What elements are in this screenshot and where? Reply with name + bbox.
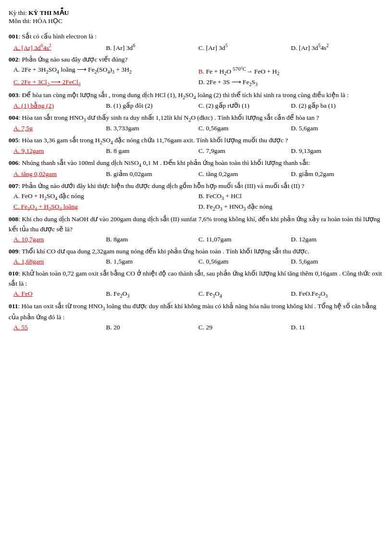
question-009-answers: A. 1,68gam B. 1,5gam C. 0,56gam D. 5,6ga… (13, 257, 383, 267)
answer-008-c: C. 11,07gam (198, 235, 291, 245)
question-007-answers: A. FeO + H2SO4 đặc nóng B. FeCO3 + HCl C… (13, 191, 383, 213)
question-001: 001: Sắt có cấu hình electron là : A. [A… (9, 32, 383, 53)
answer-010-b: B. Fe2O3 (106, 289, 199, 300)
question-002: 002: Phản ứng nào sau đây được viết đúng… (9, 55, 383, 88)
answer-003-d: D. (2) gấp ba (1) (291, 101, 384, 111)
answer-002-a: A. 2Fe + 3H2SO4 loãng ⟶ Fe2(SO4)3 + 3H2 (13, 65, 198, 77)
subject-value: HÓA HỌC (33, 17, 62, 25)
page-container: Kỳ thi: KỲ THI MẪU Môn thi: HÓA HỌC 001:… (9, 9, 383, 332)
question-003: 003: Để hòa tan cùng một lượng sắt , tro… (9, 90, 383, 111)
answer-009-c: C. 0,56gam (198, 257, 291, 267)
answer-003-b: B. (1) gấp đôi (2) (106, 101, 199, 111)
question-008: 008: Khi cho dung dịch NaOH dư vào 200ga… (9, 214, 383, 245)
question-005-answers: A. 9,12gam B. 8 gam C. 7,9gam D. 9,13gam (13, 146, 383, 156)
question-002-text: 002: Phản ứng nào sau đây được viết đúng… (9, 55, 383, 65)
question-004-answers: A. 7,5g B. 3,733gam C. 0,56gam D. 5,6gam (13, 124, 383, 134)
question-003-text: 003: Để hòa tan cùng một lượng sắt , tro… (9, 90, 383, 101)
question-003-answers: A. (1) bằng (2) B. (1) gấp đôi (2) C. (2… (13, 101, 383, 111)
question-010-answers: A. FeO B. Fe2O3 C. Fe3O4 D. FeO.Fe2O3 (13, 289, 383, 300)
answer-004-a: A. 7,5g (13, 124, 106, 134)
answer-005-a: A. 9,12gam (13, 146, 106, 156)
question-002-answers: A. 2Fe + 3H2SO4 loãng ⟶ Fe2(SO4)3 + 3H2 … (13, 65, 383, 88)
question-011-answers: A. 55 B. 20 C. 29 D. 11 (13, 323, 383, 333)
question-007: 007: Phản ứng nào dưới đây khi thực hiện… (9, 181, 383, 213)
subject-label: Môn thi: (9, 17, 33, 25)
question-004-text: 004: Hòa tan sắt trong HNO3 dư thấy sinh… (9, 113, 383, 124)
answer-004-c: C. 0,56gam (198, 124, 291, 134)
answer-011-c: C. 29 (198, 323, 291, 333)
answer-007-a: A. FeO + H2SO4 đặc nóng (13, 191, 198, 202)
answer-001-a: A. [Ar] 3d64s2 (13, 42, 106, 53)
question-010-text: 010: Khử hoàn toàn 0,72 gam oxit sắt bằn… (9, 269, 383, 289)
answer-002-b: B. Fe + H2O 570°C→ FeO + H2 (198, 65, 383, 77)
answer-006-b: B. giảm 0,02gam (106, 169, 199, 179)
answer-003-a: A. (1) bằng (2) (13, 101, 106, 111)
exam-title: KỲ THI MẪU (28, 9, 69, 16)
answer-009-a: A. 1,68gam (13, 257, 106, 267)
answer-001-b: B. [Ar] 3d6 (106, 42, 199, 53)
question-011-text: 011: Hòa tan oxit sắt từ trong HNO3 loãn… (9, 301, 383, 322)
answer-005-d: D. 9,13gam (291, 146, 384, 156)
question-011: 011: Hòa tan oxit sắt từ trong HNO3 loãn… (9, 301, 383, 332)
exam-header: Kỳ thi: KỲ THI MẪU Môn thi: HÓA HỌC (9, 9, 383, 25)
answer-011-b: B. 20 (106, 323, 199, 333)
answer-001-c: C. [Ar] 3d5 (198, 42, 291, 53)
answer-007-d: D. Fe2O3 + HNO3 đặc nóng (198, 202, 383, 213)
question-009-text: 009: Thổi khí CO dư qua dung 2,32gam nun… (9, 247, 383, 257)
answer-007-c: C. Fe3O4 + H2SO4 loãng (13, 202, 198, 213)
question-005-text: 005: Hòa tan 3,36 gam sắt trong H2SO4 đặ… (9, 136, 383, 146)
answer-011-a: A. 55 (13, 323, 106, 333)
answer-004-b: B. 3,733gam (106, 124, 199, 134)
question-004: 004: Hòa tan sắt trong HNO3 dư thấy sinh… (9, 113, 383, 134)
question-008-text: 008: Khi cho dung dịch NaOH dư vào 200ga… (9, 214, 383, 235)
question-001-text: 001: Sắt có cấu hình electron là : (9, 32, 383, 42)
exam-label: Kỳ thi: (9, 9, 28, 16)
question-009: 009: Thổi khí CO dư qua dung 2,32gam nun… (9, 247, 383, 267)
answer-003-c: C. (2) gấp rưỡi (1) (198, 101, 291, 111)
answer-008-a: A. 10,7gam (13, 235, 106, 245)
answer-001-d: D. [Ar] 3d54s2 (291, 42, 384, 53)
question-006: 006: Nhúng thanh sắt vào 100ml dung dịch… (9, 158, 383, 179)
answer-006-a: A. tăng 0,02gam (13, 169, 106, 179)
answer-004-d: D. 5,6gam (291, 124, 384, 134)
exam-title-line: Kỳ thi: KỲ THI MẪU (9, 9, 383, 17)
answer-009-b: B. 1,5gam (106, 257, 199, 267)
answer-010-d: D. FeO.Fe2O3 (291, 289, 384, 300)
question-007-text: 007: Phản ứng nào dưới đây khi thực hiện… (9, 181, 383, 191)
answer-010-c: C. Fe3O4 (198, 289, 291, 300)
answer-010-a: A. FeO (13, 289, 106, 300)
question-001-answers: A. [Ar] 3d64s2 B. [Ar] 3d6 C. [Ar] 3d5 D… (13, 42, 383, 53)
answer-002-d: D. 2Fe + 3S ⟶ Fe2S3 (198, 77, 383, 88)
answer-009-d: D. 5,6gam (291, 257, 384, 267)
answer-008-b: B. 8gam (106, 235, 199, 245)
question-010: 010: Khử hoàn toàn 0,72 gam oxit sắt bằn… (9, 269, 383, 300)
answer-011-d: D. 11 (291, 323, 384, 333)
answer-008-d: D. 12gam (291, 235, 384, 245)
answer-006-d: D. giảm 0,2gam (291, 169, 384, 179)
answer-007-b: B. FeCO3 + HCl (198, 191, 383, 202)
question-006-text: 006: Nhúng thanh sắt vào 100ml dung dịch… (9, 158, 383, 169)
answer-005-c: C. 7,9gam (198, 146, 291, 156)
answer-002-c: C. 2Fe + 3Cl2 ⟶ 2FeCl3 (13, 77, 198, 88)
question-006-answers: A. tăng 0,02gam B. giảm 0,02gam C. tăng … (13, 169, 383, 179)
subject-line: Môn thi: HÓA HỌC (9, 17, 383, 25)
answer-006-c: C. tăng 0,2gam (198, 169, 291, 179)
answer-005-b: B. 8 gam (106, 146, 199, 156)
question-005: 005: Hòa tan 3,36 gam sắt trong H2SO4 đặ… (9, 136, 383, 156)
question-008-answers: A. 10,7gam B. 8gam C. 11,07gam D. 12gam (13, 235, 383, 245)
